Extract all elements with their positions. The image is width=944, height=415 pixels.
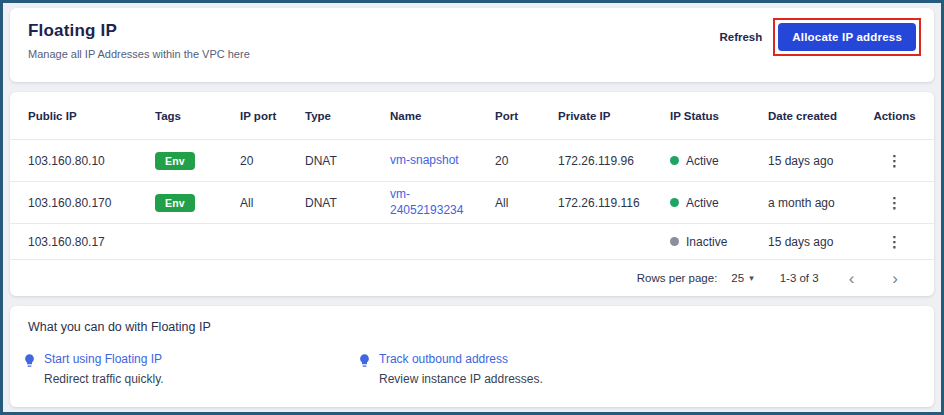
- allocate-ip-button[interactable]: Allocate IP address: [778, 23, 916, 51]
- tip-text: Track outbound address Review instance I…: [379, 352, 543, 386]
- env-tag-badge: Env: [155, 152, 195, 170]
- cell-public-ip: 103.160.80.10: [28, 154, 155, 168]
- page-header-text: Floating IP Manage all IP Addresses with…: [28, 21, 250, 60]
- rows-per-page-select[interactable]: 25 ▾: [731, 272, 753, 284]
- lightbulb-icon: [357, 353, 372, 368]
- cell-tags: Env: [155, 194, 240, 212]
- status-label: Active: [686, 196, 719, 210]
- cell-tags: Env: [155, 152, 240, 170]
- cell-port: 20: [495, 154, 558, 168]
- cell-private-ip: 172.26.119.96: [558, 154, 670, 168]
- cell-ip-status: Active: [670, 154, 768, 168]
- tip-item-track-outbound: Track outbound address Review instance I…: [357, 352, 543, 386]
- column-header-private-ip: Private IP: [558, 110, 670, 122]
- row-actions-kebab-icon[interactable]: ⋮: [881, 193, 908, 212]
- lightbulb-icon: [22, 353, 37, 368]
- chevron-down-icon: ▾: [749, 273, 754, 283]
- cell-private-ip: 172.26.119.116: [558, 196, 670, 210]
- next-page-icon[interactable]: ›: [892, 270, 898, 287]
- cell-date-created: a month ago: [768, 196, 873, 210]
- env-tag-badge: Env: [155, 194, 195, 212]
- tip-link-start-using-floating-ip[interactable]: Start using Floating IP: [44, 352, 164, 366]
- row-actions-kebab-icon[interactable]: ⋮: [881, 151, 908, 170]
- pagination-range-label: 1-3 of 3: [780, 272, 819, 284]
- tip-description: Redirect traffic quickly.: [44, 372, 164, 386]
- column-header-name: Name: [390, 110, 495, 122]
- rows-per-page-label: Rows per page:: [637, 272, 718, 284]
- cell-ip-status: Active: [670, 196, 768, 210]
- page-subtitle: Manage all IP Addresses within the VPC h…: [28, 48, 250, 60]
- tip-link-track-outbound-address[interactable]: Track outbound address: [379, 352, 543, 366]
- header-actions: Refresh Allocate IP address: [719, 23, 916, 51]
- tips-section: What you can do with Floating IP Start u…: [10, 306, 934, 407]
- tip-text: Start using Floating IP Redirect traffic…: [44, 352, 164, 386]
- cell-date-created: 15 days ago: [768, 154, 873, 168]
- cell-ip-port: All: [240, 196, 305, 210]
- column-header-type: Type: [305, 110, 390, 122]
- column-header-ip-port: IP port: [240, 110, 305, 122]
- table-row: 103.160.80.170 Env All DNAT vm-240521932…: [10, 182, 934, 224]
- tips-heading: What you can do with Floating IP: [22, 320, 916, 334]
- cell-actions: ⋮: [873, 193, 916, 212]
- rows-per-page-value: 25: [731, 272, 744, 284]
- row-actions-kebab-icon[interactable]: ⋮: [881, 232, 908, 251]
- tip-item-start-using: Start using Floating IP Redirect traffic…: [22, 352, 357, 386]
- status-label: Inactive: [686, 235, 727, 249]
- cell-name: vm-24052193234: [390, 187, 495, 218]
- cell-actions: ⋮: [873, 232, 916, 251]
- cell-public-ip: 103.160.80.170: [28, 196, 155, 210]
- column-header-tags: Tags: [155, 110, 240, 122]
- vm-name-link[interactable]: vm-snapshot: [390, 153, 459, 169]
- page-header: Floating IP Manage all IP Addresses with…: [10, 8, 934, 82]
- cell-date-created: 15 days ago: [768, 235, 873, 249]
- column-header-ip-status: IP Status: [670, 110, 768, 122]
- refresh-button[interactable]: Refresh: [719, 31, 762, 43]
- page-title: Floating IP: [28, 21, 250, 41]
- status-label: Active: [686, 154, 719, 168]
- vm-name-link[interactable]: vm-24052193234: [390, 187, 480, 218]
- cell-actions: ⋮: [873, 151, 916, 170]
- allocate-button-wrap: Allocate IP address: [778, 23, 916, 51]
- status-dot-icon: [670, 156, 679, 165]
- column-header-port: Port: [495, 110, 558, 122]
- status-dot-icon: [670, 237, 679, 246]
- cell-public-ip: 103.160.80.17: [28, 235, 155, 249]
- tip-description: Review instance IP addresses.: [379, 372, 543, 386]
- cell-port: All: [495, 196, 558, 210]
- cell-type: DNAT: [305, 154, 390, 168]
- prev-page-icon[interactable]: ‹: [849, 270, 855, 287]
- cell-ip-port: 20: [240, 154, 305, 168]
- floating-ip-table: Public IP Tags IP port Type Name Port Pr…: [10, 92, 934, 296]
- column-header-actions: Actions: [873, 110, 916, 122]
- column-header-date-created: Date created: [768, 110, 873, 122]
- cell-name: vm-snapshot: [390, 153, 495, 169]
- tips-row: Start using Floating IP Redirect traffic…: [22, 352, 916, 386]
- status-dot-icon: [670, 198, 679, 207]
- column-header-public-ip: Public IP: [28, 110, 155, 122]
- table-row: 103.160.80.17 Inactive 15 days ago ⋮: [10, 224, 934, 260]
- table-header-row: Public IP Tags IP port Type Name Port Pr…: [10, 92, 934, 140]
- cell-type: DNAT: [305, 196, 390, 210]
- table-row: 103.160.80.10 Env 20 DNAT vm-snapshot 20…: [10, 140, 934, 182]
- table-pagination: Rows per page: 25 ▾ 1-3 of 3 ‹ ›: [10, 260, 934, 296]
- cell-ip-status: Inactive: [670, 235, 768, 249]
